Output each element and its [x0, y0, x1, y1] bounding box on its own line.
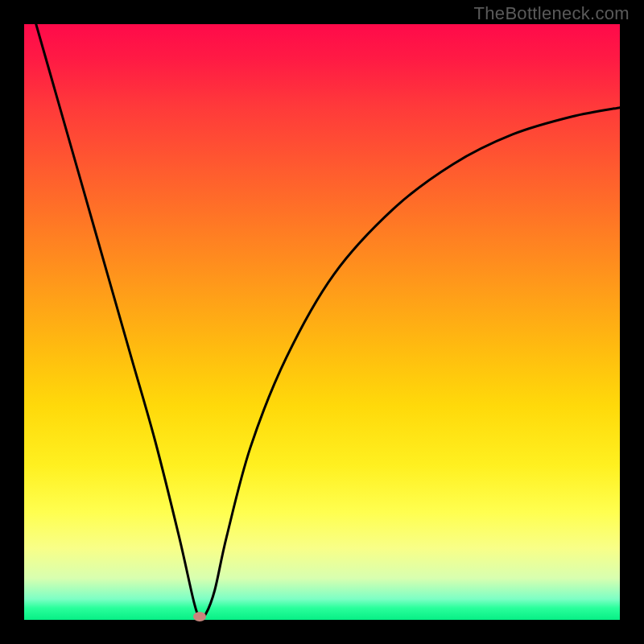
watermark-text: TheBottleneck.com — [474, 3, 630, 24]
plot-area — [24, 24, 620, 620]
curve-path — [36, 24, 620, 618]
minimum-marker — [193, 612, 206, 621]
bottleneck-curve — [24, 24, 620, 620]
